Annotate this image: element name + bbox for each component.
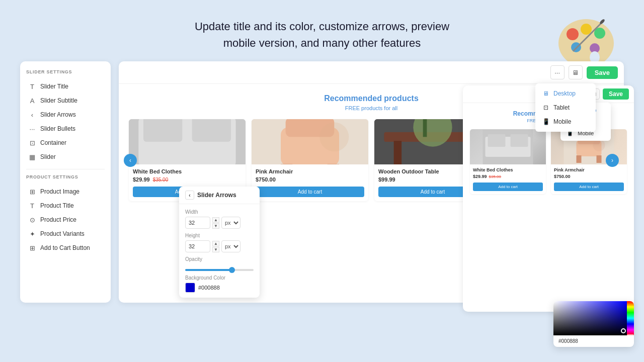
- product-name-2: Pink Armchair: [256, 168, 364, 174]
- more-options-button[interactable]: ···: [550, 65, 565, 79]
- arrows-panel: ‹ Slider Arrows Width ▲ ▼ px %: [179, 187, 260, 298]
- bg-price-current-1: $29.99: [473, 174, 487, 179]
- device-option-tablet[interactable]: ⊡ Tablet: [535, 101, 596, 115]
- bg-product-info-2: Pink Armchair $750.00 Add to cart: [551, 164, 627, 194]
- bg-price-row-1: $29.99 $35.00: [473, 174, 543, 179]
- height-stepper: ▲ ▼: [212, 241, 219, 252]
- svg-rect-11: [143, 119, 182, 142]
- monitor-icon: 🖥: [572, 69, 579, 76]
- product-title-icon: T: [28, 202, 36, 210]
- text-icon: T: [28, 82, 36, 90]
- width-label: Width: [185, 209, 254, 215]
- section-product-settings-title: PRODUCT SETTINGS: [26, 174, 105, 179]
- section-slider-settings-title: SLIDER SETTINGS: [26, 69, 105, 74]
- product-info-2: Pink Armchair $750.00 Add to cart: [252, 164, 368, 201]
- sidebar-item-slider-subtitle[interactable]: A Slider Subtitle: [26, 94, 105, 108]
- product-name-1: White Bed Clothes: [133, 168, 242, 174]
- sidebar-item-slider-bullets[interactable]: ··· Slider Bullets: [26, 122, 105, 136]
- bullets-icon: ···: [28, 125, 36, 133]
- bg-price-row-2: $750.00: [554, 174, 624, 179]
- prev-arrow[interactable]: ‹: [124, 154, 137, 167]
- width-step-up[interactable]: ▲: [212, 217, 219, 223]
- arrows-panel-header: ‹ Slider Arrows: [179, 187, 260, 204]
- svg-rect-38: [577, 155, 582, 163]
- color-row: #000888: [185, 283, 254, 293]
- sidebar: SLIDER SETTINGS T Slider Title A Slider …: [20, 61, 111, 303]
- color-swatch[interactable]: [185, 283, 195, 293]
- color-gradient-area[interactable]: [553, 301, 634, 335]
- device-dropdown: 🖥 Desktop ⊡ Tablet 📱 Mobile: [535, 83, 596, 132]
- sidebar-item-product-title[interactable]: T Product Title: [26, 199, 105, 213]
- arrows-panel-back-button[interactable]: ‹: [185, 191, 194, 200]
- price-old-1: $35.00: [153, 177, 169, 183]
- sidebar-item-slider[interactable]: ▦ Slider: [26, 150, 105, 164]
- color-main-gradient[interactable]: [553, 301, 627, 335]
- price-row-1: $29.99 $35.00: [133, 176, 242, 183]
- svg-rect-12: [192, 119, 231, 142]
- svg-rect-39: [597, 155, 602, 163]
- height-input[interactable]: [185, 240, 210, 252]
- desktop-icon: 🖥: [542, 90, 549, 97]
- bg-add-to-cart-2[interactable]: Add to cart: [554, 183, 624, 191]
- height-unit-select[interactable]: px %: [221, 240, 240, 252]
- product-image-1: [129, 119, 246, 164]
- width-input[interactable]: [185, 217, 210, 229]
- color-hex-value: #000888: [558, 338, 578, 344]
- sidebar-item-slider-arrows[interactable]: ‹ Slider Arrows: [26, 108, 105, 122]
- opacity-label: Opacity: [185, 256, 254, 262]
- sidebar-item-product-price[interactable]: ⊙ Product Price: [26, 213, 105, 227]
- svg-point-18: [319, 122, 349, 151]
- svg-rect-16: [281, 164, 292, 164]
- sidebar-item-slider-title[interactable]: T Slider Title: [26, 79, 105, 94]
- svg-rect-21: [394, 141, 401, 164]
- price-icon: ⊙: [28, 216, 36, 224]
- tablet-icon: ⊡: [542, 104, 549, 111]
- bg-product-name-2: Pink Armchair: [554, 167, 624, 172]
- variants-icon: ✦: [28, 230, 36, 238]
- opacity-slider[interactable]: [185, 269, 254, 271]
- device-option-desktop[interactable]: 🖥 Desktop: [535, 86, 596, 101]
- width-unit-select[interactable]: px %: [221, 217, 240, 229]
- svg-point-1: [567, 28, 579, 40]
- width-stepper: ▲ ▼: [212, 217, 219, 229]
- hue-indicator: [627, 334, 634, 336]
- svg-rect-34: [511, 134, 528, 147]
- add-to-cart-2[interactable]: Add to cart: [256, 187, 364, 197]
- mobile-icon: 📱: [542, 118, 549, 125]
- sidebar-item-product-image[interactable]: ⊞ Product Image: [26, 185, 105, 199]
- height-label: Height: [185, 233, 254, 238]
- color-hex-row: #000888: [553, 335, 634, 347]
- svg-rect-24: [423, 119, 427, 137]
- width-input-row: ▲ ▼ px %: [185, 217, 254, 229]
- color-picker-panel: #000888: [553, 301, 634, 347]
- sidebar-item-add-to-cart[interactable]: ⊞ Add to Cart Button: [26, 241, 105, 255]
- height-input-row: ▲ ▼ px %: [185, 240, 254, 252]
- cart-icon: ⊞: [28, 244, 36, 252]
- bg-color-label: Background Color: [185, 275, 254, 281]
- color-hue-bar[interactable]: [627, 301, 634, 335]
- svg-point-2: [581, 24, 592, 35]
- price-row-2: $750.00: [256, 176, 364, 183]
- next-arrow[interactable]: ›: [606, 154, 619, 167]
- price-current-1: $29.99: [133, 176, 150, 183]
- save-button[interactable]: Save: [587, 66, 618, 79]
- sidebar-item-product-variants[interactable]: ✦ Product Variants: [26, 227, 105, 241]
- device-option-mobile[interactable]: 📱 Mobile: [535, 115, 596, 129]
- bg-product-name-1: White Bed Clothes: [473, 167, 543, 172]
- sidebar-item-container[interactable]: ⊡ Container: [26, 136, 105, 150]
- width-step-down[interactable]: ▼: [212, 223, 219, 229]
- bg-save-button[interactable]: Save: [603, 88, 629, 100]
- bg-add-to-cart-1[interactable]: Add to cart: [473, 183, 543, 191]
- canvas-toolbar: ··· 🖥 Save: [119, 61, 624, 84]
- product-image-2: [252, 119, 368, 164]
- slider-icon: ▦: [28, 153, 36, 161]
- bg-product-img-1: [470, 129, 546, 164]
- height-step-up[interactable]: ▲: [212, 241, 219, 246]
- height-step-down[interactable]: ▼: [212, 247, 219, 252]
- bg-price-current-2: $750.00: [554, 174, 571, 179]
- color-picker-cursor: [621, 328, 626, 333]
- price-current-2: $750.00: [256, 176, 276, 183]
- arrows-panel-title: Slider Arrows: [197, 192, 236, 199]
- svg-rect-17: [328, 164, 339, 164]
- tablet-preview-button[interactable]: 🖥: [569, 65, 583, 79]
